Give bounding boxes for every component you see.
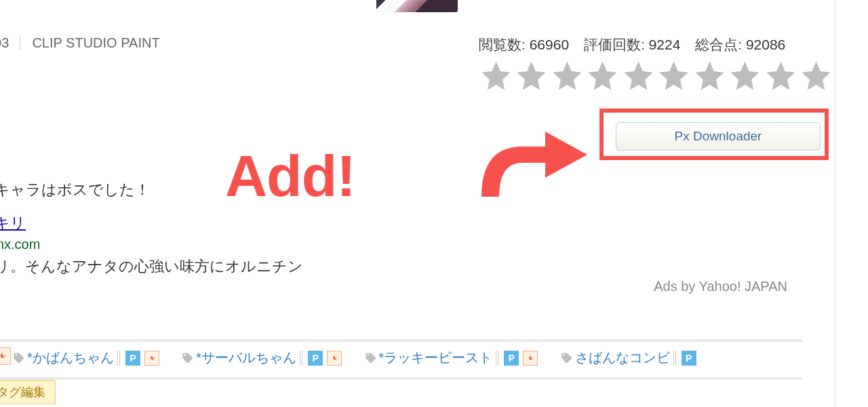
creation-tool: CLIP STUDIO PAINT bbox=[32, 35, 159, 50]
ratings-label: 評価回数: bbox=[584, 37, 645, 52]
ad-description: ッタリ。そんなアナタの心強い味方にオルニチン bbox=[0, 256, 303, 277]
tag-icon bbox=[181, 351, 194, 364]
star-icon[interactable] bbox=[621, 58, 656, 96]
download-highlight-box: Px Downloader bbox=[599, 109, 829, 160]
rating-stars[interactable] bbox=[479, 58, 831, 96]
star-icon[interactable] bbox=[764, 58, 798, 96]
tag-chip[interactable]: *サーバルちゃん P bbox=[181, 349, 342, 367]
star-icon[interactable] bbox=[550, 58, 585, 96]
stats-row: 閲覧数: 66960 評価回数: 9224 総合点: 92086 bbox=[479, 35, 796, 54]
star-icon[interactable] bbox=[479, 58, 513, 96]
tag-label[interactable]: *ラッキービースト bbox=[379, 349, 493, 367]
tag-divider bbox=[496, 351, 500, 366]
star-icon[interactable] bbox=[728, 58, 762, 96]
ratings-value: 9224 bbox=[649, 37, 681, 52]
pixiv-p-icon[interactable]: P bbox=[125, 351, 140, 366]
tag-chip[interactable]: *かばんちゃん P bbox=[12, 349, 159, 367]
star-icon[interactable] bbox=[799, 58, 833, 96]
tag-icon bbox=[560, 351, 573, 364]
tag-chip[interactable]: *ラッキービースト P bbox=[364, 349, 538, 367]
tag-label[interactable]: *かばんちゃん bbox=[27, 349, 114, 367]
score-value: 92086 bbox=[746, 37, 785, 52]
flame-icon[interactable] bbox=[327, 351, 342, 366]
tag-edit-button[interactable]: タグ編集 bbox=[0, 380, 56, 404]
tags-bar: *かばんちゃん P *サーバルちゃん P *ラッキービースト P さばんなコンビ… bbox=[0, 339, 802, 380]
star-icon[interactable] bbox=[692, 58, 727, 96]
pixiv-p-icon[interactable]: P bbox=[682, 351, 696, 366]
artwork-thumbnail[interactable] bbox=[376, 0, 458, 12]
ad-headline-link[interactable]: スッキリ bbox=[0, 213, 26, 233]
star-icon[interactable] bbox=[585, 58, 620, 96]
image-dimensions: 5×1103 bbox=[0, 35, 9, 50]
ad-domain: npaignx.com bbox=[0, 237, 40, 252]
tag-chip[interactable]: さばんなコンビ P bbox=[560, 349, 696, 367]
artwork-caption: きなキャラはボスでした！ bbox=[0, 180, 150, 200]
tag-divider bbox=[673, 351, 677, 366]
pixiv-p-icon[interactable]: P bbox=[504, 351, 519, 366]
meta-row: 5×1103 CLIP STUDIO PAINT bbox=[0, 35, 160, 51]
tag-divider bbox=[300, 351, 304, 366]
px-downloader-button[interactable]: Px Downloader bbox=[616, 122, 821, 151]
star-icon[interactable] bbox=[656, 58, 691, 96]
score-label: 総合点: bbox=[695, 37, 742, 52]
star-icon[interactable] bbox=[514, 58, 549, 96]
ad-credit: Ads by Yahoo! JAPAN bbox=[654, 279, 787, 294]
views-value: 66960 bbox=[530, 37, 569, 52]
tag-divider bbox=[117, 351, 121, 366]
flame-icon bbox=[0, 347, 11, 365]
tag-icon bbox=[364, 351, 377, 364]
flame-icon[interactable] bbox=[144, 351, 159, 366]
tag-label[interactable]: *サーバルちゃん bbox=[196, 349, 296, 367]
views-label: 閲覧数: bbox=[479, 37, 526, 52]
pixiv-p-icon[interactable]: P bbox=[308, 351, 323, 366]
flame-icon[interactable] bbox=[523, 351, 538, 366]
meta-divider bbox=[20, 35, 20, 50]
tag-icon bbox=[12, 351, 25, 364]
annotation-arrow-icon bbox=[475, 129, 590, 213]
tag-label[interactable]: さばんなコンビ bbox=[575, 349, 670, 367]
annotation-text: Add! bbox=[225, 142, 355, 210]
